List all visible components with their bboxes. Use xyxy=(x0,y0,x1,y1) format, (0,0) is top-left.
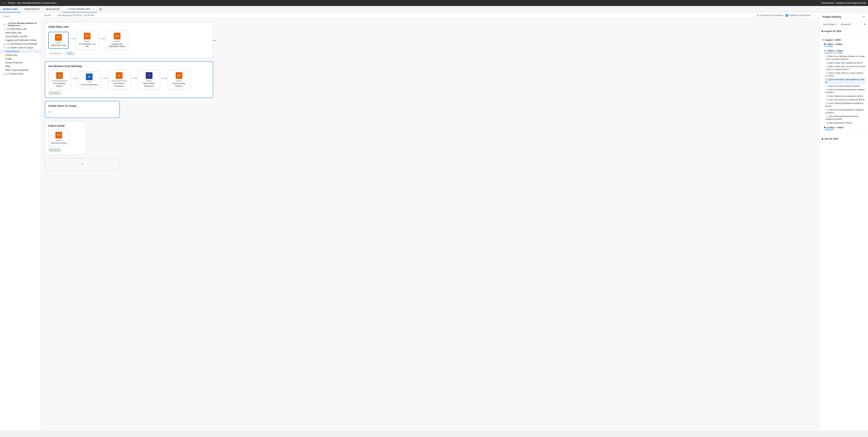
events-filter[interactable]: All events ▾ xyxy=(839,23,853,26)
sidebar-child-label: Write Coupa Response xyxy=(5,69,39,71)
tab-workflows[interactable]: WORKFLOWS xyxy=(0,6,21,12)
arrow xyxy=(100,77,108,79)
sidebar-item-create-users[interactable]: ▼ 1.2 Create Users in Coupa xyxy=(1,46,41,49)
script-icon: </> xyxy=(55,132,62,138)
sidebar-item-failure-email[interactable]: ▶ 1.3 Failure Email xyxy=(1,72,41,76)
highlight-invalid-checkbox[interactable]: Highlight Invalid Items xyxy=(786,14,811,16)
history-entry: 1:18pm Create User updated by Bob B. xyxy=(824,61,866,65)
sidebar-child-label: Read Workers xyxy=(5,50,39,53)
node-name: Format Batch Log File xyxy=(79,43,96,48)
node-logging[interactable]: </> Script Logging and Notification Roll… xyxy=(106,30,128,50)
node-print-workday-workers[interactable]: </> Script Print Workday Workers xyxy=(168,70,190,89)
status-row-get-workers: Deployed xyxy=(48,91,210,95)
node-name: Get Workers Response xyxy=(111,82,128,87)
history-close-button[interactable]: ✕ xyxy=(863,15,865,19)
search-input[interactable] xyxy=(1,14,39,18)
timeblock-1230: ▶ 12:30pm - 1:00pm 1 Migrations xyxy=(822,126,866,132)
history-title: Project History xyxy=(823,15,863,18)
node-type: Script xyxy=(51,140,67,141)
node-send-error-email[interactable]: </> Script Send Error Email xyxy=(48,130,69,146)
chevron-down-icon: ▼ xyxy=(822,39,824,41)
history-date-aug7[interactable]: ▼ August 7, 2024 xyxy=(822,38,866,42)
sidebar-item-logging[interactable]: Logging and Notification Rollup xyxy=(0,38,41,42)
tab-resources[interactable]: RESOURCES xyxy=(43,6,63,12)
node-get-hired-workers[interactable]: W Get Get Hired Workers xyxy=(78,71,100,88)
history-section-aug7: ▼ August 7, 2024 ▶ 3:30pm - 4:00pm 1 Cha… xyxy=(819,36,868,134)
menu-dots[interactable]: ••• xyxy=(2,1,5,5)
history-date-aug24[interactable]: ▶ August 24, 2024 xyxy=(822,29,866,33)
chevron-right-icon: ▶ xyxy=(824,43,826,45)
add-tab-button[interactable]: ⊞ xyxy=(97,6,104,12)
timeblock-meta: 1 Deploys 12 Changes xyxy=(824,52,866,54)
add-section-button[interactable]: + xyxy=(45,158,120,170)
node-name: Print Workday Workers xyxy=(170,82,188,87)
close-icon[interactable]: × xyxy=(93,7,95,10)
section-title-failure-email: Failure Email xyxy=(48,124,83,127)
flow-row-get-workers: ⇄ Transformation Get Workday Worker W Ge… xyxy=(48,70,210,89)
timeblock-time[interactable]: ▼ 1:00pm - 1:30pm xyxy=(824,49,866,52)
last-deployed: Last Deployed: 8/7/2024, 1:03:45 PM xyxy=(57,14,94,16)
deploy-button[interactable]: Deploy xyxy=(65,52,75,55)
section-create-users: Create Users in Coupa ↺ xyxy=(45,101,120,118)
sidebar-item-initial[interactable]: ▼ 1.0 Initial Data Load xyxy=(1,27,41,31)
more-options-button[interactable]: ··· xyxy=(813,14,816,17)
timeblock-meta: 1 Migrations xyxy=(824,129,866,131)
node-type: Write xyxy=(141,80,158,82)
section-title-get-workers: Get Workers from Workday xyxy=(48,65,210,68)
write-icon: ✎ xyxy=(146,72,152,79)
chevron-down-icon: ▼ xyxy=(4,47,6,49)
sidebar-item-initial-data[interactable]: Initial Data Load xyxy=(0,31,41,35)
timeblock-time[interactable]: ▶ 3:30pm - 4:00pm xyxy=(824,43,866,45)
script-icon: </> xyxy=(55,34,62,41)
highlight-checkbox-input[interactable] xyxy=(786,14,788,16)
node-get-workday-worker[interactable]: ⇄ Transformation Get Workday Worker xyxy=(48,70,71,89)
flow-row-initial: </> Script Initial Data Load </> Script xyxy=(48,30,210,50)
history-entry: 1:12pm FailureCount updated by Bob B. xyxy=(824,94,866,98)
sidebar-item-root[interactable]: ▼ 📄 1.0 Sync Workday Workers to Coupa Us… xyxy=(0,22,41,27)
sidebar-item-read-workers[interactable]: Read Workers xyxy=(0,49,41,53)
sidebar-child-label: 1.2 Create Users in Coupa xyxy=(6,46,39,49)
collapse-all-button[interactable]: ⊟ Collapse All Operations xyxy=(757,14,783,17)
history-date-jul30[interactable]: ▶ July 30, 2024 xyxy=(822,137,866,141)
chevron-right-icon: ▶ xyxy=(822,138,824,140)
sidebar-child-label: Create xyxy=(5,58,39,60)
sidebar-item-create[interactable]: Create xyxy=(0,57,41,61)
flow-row-failure: </> Script Send Error Email xyxy=(48,130,83,146)
script-icon: </> xyxy=(84,33,91,39)
timeblock-time[interactable]: ▶ 12:30pm - 1:00pm xyxy=(824,126,866,129)
node-write-worker-response[interactable]: ✎ Write Write Worker Response xyxy=(138,70,160,89)
download-button[interactable]: ⬇ xyxy=(864,23,866,26)
node-type: Script xyxy=(79,40,96,42)
tab-components[interactable]: COMPONENTS xyxy=(21,6,43,12)
sidebar-item-coupa-response[interactable]: Coupa Response xyxy=(0,61,41,65)
node-initial-data-load[interactable]: </> Script Initial Data Load xyxy=(48,32,68,49)
section-get-workers: Get Workers from Workday ⇄ Transformatio… xyxy=(45,61,213,98)
date-filter[interactable]: Last 30 days ▾ xyxy=(822,23,838,26)
node-name: Write Worker Response xyxy=(141,82,158,87)
status-dot xyxy=(50,92,51,94)
history-entry: 1:18pm Create Users in Coupa updated by … xyxy=(824,71,866,78)
workflow-tab[interactable]: ≡ 1.0 Sync Workday Wor... × xyxy=(63,6,97,12)
sidebar-item-get-workers[interactable]: ▶ 1.1 Get Workers from Workday xyxy=(1,42,41,46)
sidebar-item-create-user[interactable]: Create User xyxy=(0,53,41,57)
node-get-workers-response[interactable]: ⇄ Transformation Get Workers Response xyxy=(108,70,130,89)
nav-tabs: WORKFLOWS COMPONENTS RESOURCES ≡ 1.0 Syn… xyxy=(0,6,868,13)
chevron-down-icon: ▾ xyxy=(835,23,837,26)
collapse-icon: ⊟ xyxy=(757,14,759,17)
history-header: Project History ✕ xyxy=(819,13,868,21)
sidebar-item-format-batch[interactable]: Format Batch Log File xyxy=(0,35,41,38)
canvas-toolbar: Saved | Last Deployed: 8/7/2024, 1:03:45… xyxy=(41,13,819,18)
node-type: Script xyxy=(108,40,126,42)
history-entry: 1:12pm SourceID updated by Bob B. xyxy=(824,84,866,88)
status-dot xyxy=(50,149,51,150)
sidebar-item-write[interactable]: Write xyxy=(0,65,41,68)
arrow xyxy=(71,77,78,79)
sidebar-child-label: Format Batch Log File xyxy=(5,35,39,38)
sidebar-child-label: Initial Data Load xyxy=(5,31,39,34)
node-format-batch[interactable]: </> Script Format Batch Log File xyxy=(76,30,98,50)
sidebar: ▼ 📄 1.0 Sync Workday Workers to Coupa Us… xyxy=(0,13,41,431)
transform-icon: ⇄ xyxy=(116,72,123,79)
sidebar-child-label: Write xyxy=(5,65,39,68)
script-icon: </> xyxy=(114,33,121,39)
sidebar-item-write-coupa[interactable]: Write Coupa Response xyxy=(0,68,41,72)
